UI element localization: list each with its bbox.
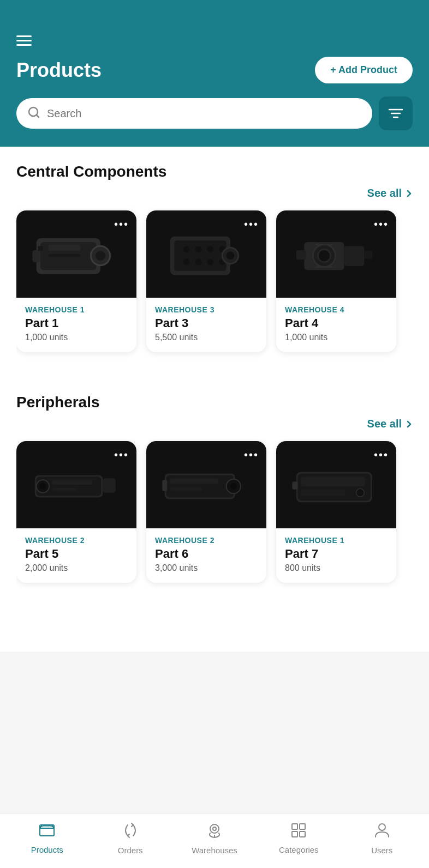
nav-item-categories[interactable]: Categories (277, 823, 320, 854)
section-title-central: Central Components (16, 163, 413, 180)
card-warehouse-p4: WAREHOUSE 4 (285, 305, 388, 314)
peripherals-cards-scroll: ••• (16, 439, 413, 592)
card-units-pp3: 800 units (285, 563, 388, 573)
filter-icon (388, 107, 403, 119)
card-image-p3: ••• (146, 210, 266, 298)
card-part-name-p4: Part 4 (285, 316, 388, 330)
warehouses-icon (207, 822, 222, 842)
card-image-pp2: ••• (146, 441, 266, 528)
search-row (16, 97, 413, 130)
see-all-row-peripherals: See all (16, 418, 413, 430)
card-warehouse-p3: WAREHOUSE 3 (155, 305, 258, 314)
svg-point-63 (379, 824, 385, 830)
svg-rect-29 (296, 250, 306, 260)
card-warehouse-p1: WAREHOUSE 1 (25, 305, 128, 314)
card-info-pp2: WAREHOUSE 2 Part 6 3,000 units (146, 528, 266, 583)
svg-line-1 (37, 115, 39, 117)
svg-rect-50 (301, 490, 345, 496)
svg-point-58 (213, 827, 216, 830)
add-product-button[interactable]: + Add Product (315, 57, 413, 83)
search-input[interactable] (47, 107, 361, 120)
search-box (16, 98, 372, 129)
product-card-p3[interactable]: ••• (146, 210, 266, 352)
product-card-pp1[interactable]: ••• (16, 441, 136, 583)
search-icon (27, 106, 40, 121)
filter-button[interactable] (379, 97, 413, 130)
see-all-row-central: See all (16, 187, 413, 200)
svg-rect-30 (364, 251, 372, 259)
card-image-p4: ••• (276, 210, 396, 298)
see-all-central-button[interactable]: See all (367, 187, 413, 200)
svg-point-28 (318, 249, 330, 262)
svg-point-57 (210, 824, 219, 833)
product-image-pp1 (28, 450, 124, 520)
nav-item-products[interactable]: Products (25, 823, 69, 854)
nav-label-categories: Categories (279, 845, 319, 854)
orders-icon (122, 822, 139, 842)
card-info-pp1: WAREHOUSE 2 Part 5 2,000 units (16, 528, 136, 583)
svg-rect-61 (292, 831, 297, 837)
section-title-peripherals: Peripherals (16, 394, 413, 411)
nav-item-users[interactable]: Users (360, 822, 404, 855)
header: Products + Add Product (0, 0, 429, 147)
menu-button[interactable] (16, 35, 413, 46)
product-card-pp2[interactable]: ••• WAREHOUSE 2 (146, 441, 266, 583)
svg-rect-60 (300, 824, 305, 829)
chevron-right-icon-2 (405, 420, 413, 428)
card-image-p1: ••• (16, 210, 136, 298)
main-content: Central Components See all ••• (0, 147, 429, 652)
users-icon (374, 822, 390, 842)
products-icon (39, 823, 55, 842)
svg-rect-45 (170, 487, 202, 491)
nav-item-warehouses[interactable]: Warehouses (192, 822, 237, 855)
product-image-p1 (28, 219, 124, 289)
svg-rect-39 (103, 478, 115, 492)
svg-rect-49 (301, 477, 365, 486)
svg-point-21 (207, 259, 213, 266)
product-image-p3 (158, 219, 254, 289)
card-part-name-pp2: Part 6 (155, 547, 258, 561)
product-card-pp3[interactable]: ••• WAREHOUSE 1 (276, 441, 396, 583)
card-warehouse-pp1: WAREHOUSE 2 (25, 536, 128, 545)
svg-rect-9 (32, 250, 40, 262)
svg-point-16 (195, 246, 201, 252)
svg-rect-14 (174, 240, 226, 271)
svg-rect-38 (52, 488, 76, 491)
header-top-row: Products + Add Product (16, 57, 413, 83)
svg-rect-62 (300, 831, 305, 837)
svg-rect-10 (38, 246, 43, 251)
chevron-right-icon (405, 190, 413, 197)
product-image-pp2 (158, 450, 254, 520)
section-central-components: Central Components See all ••• (0, 147, 429, 366)
svg-rect-59 (292, 824, 297, 829)
nav-label-products: Products (31, 845, 63, 854)
card-image-pp3: ••• (276, 441, 396, 528)
svg-rect-12 (49, 254, 81, 257)
nav-label-warehouses: Warehouses (192, 846, 237, 855)
nav-item-orders[interactable]: Orders (109, 822, 152, 855)
card-part-name-p3: Part 3 (155, 316, 258, 330)
product-card-p1[interactable]: ••• (16, 210, 136, 352)
svg-rect-44 (170, 478, 218, 484)
card-part-name-pp3: Part 7 (285, 547, 388, 561)
categories-icon (291, 823, 306, 842)
page-title: Products (16, 59, 102, 82)
svg-rect-37 (52, 480, 92, 485)
card-part-name-p1: Part 1 (25, 316, 128, 330)
product-card-p4[interactable]: ••• (276, 210, 396, 352)
nav-label-orders: Orders (118, 846, 143, 855)
section-peripherals: Peripherals See all ••• (0, 377, 429, 597)
svg-rect-11 (49, 244, 81, 251)
card-info-p1: WAREHOUSE 1 Part 1 1,000 units (16, 298, 136, 352)
svg-point-24 (227, 252, 235, 260)
card-warehouse-pp3: WAREHOUSE 1 (285, 536, 388, 545)
svg-point-20 (195, 259, 201, 266)
svg-point-17 (207, 246, 213, 252)
central-cards-scroll: ••• (16, 208, 413, 361)
see-all-peripherals-button[interactable]: See all (367, 418, 413, 430)
card-units-p4: 1,000 units (285, 333, 388, 342)
svg-point-15 (183, 246, 189, 252)
card-info-pp3: WAREHOUSE 1 Part 7 800 units (276, 528, 396, 583)
svg-rect-52 (292, 481, 297, 490)
svg-rect-46 (162, 480, 167, 491)
